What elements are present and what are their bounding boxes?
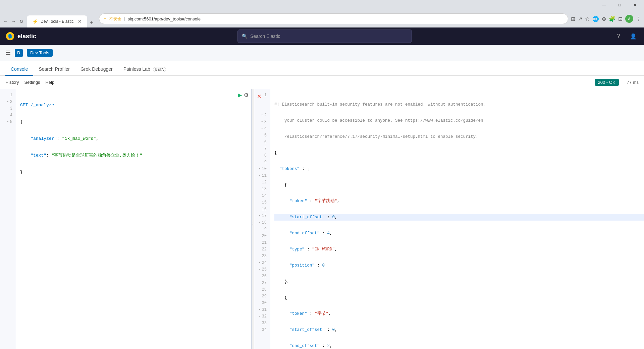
profile-button[interactable]: A — [625, 15, 633, 23]
devtools-badge: Dev Tools — [27, 49, 53, 57]
line-number-4: 4 — [0, 112, 16, 119]
code-editor[interactable]: 1 ▾2 3 4 ▾5 GET /_analyze { "analyzer": … — [0, 89, 251, 349]
search-bar-container: 🔍 Search Elastic — [42, 30, 608, 43]
extension-button[interactable]: ⊛ — [602, 16, 606, 22]
new-tab-button[interactable]: + — [87, 18, 96, 27]
tab-favicon: ⚡ — [32, 19, 38, 24]
top-nav: elastic 🔍 Search Elastic ? 👤 — [0, 27, 644, 45]
res-line-num-18: ▾18 — [254, 219, 270, 226]
response-time: 77 ms — [627, 80, 639, 85]
res-line-12: "token" : "字节", — [274, 310, 644, 317]
maximize-button[interactable]: □ — [612, 0, 627, 10]
code-content[interactable]: GET /_analyze { "analyzer": "ik_max_word… — [16, 89, 251, 349]
res-line-3: "tokens" : [ — [274, 166, 644, 172]
address-warning: 不安全 — [109, 16, 121, 22]
res-line-num-blank2 — [254, 105, 270, 112]
res-line-num-28: 28 — [254, 286, 270, 293]
puzzle-button[interactable]: 🧩 — [609, 16, 615, 22]
breadcrumb-letter: D — [15, 49, 23, 57]
address-bar[interactable]: ⚠ 不安全 | slq.com:5601/app/dev_tools#/cons… — [99, 13, 568, 24]
res-line-num-29: 29 — [254, 293, 270, 300]
res-line-num-10: ▾10 — [254, 166, 270, 172]
res-line-8: "type" : "CN_WORD", — [274, 246, 644, 253]
help-nav-icon[interactable]: ? — [613, 31, 624, 42]
code-line-1: GET /_analyze — [20, 102, 251, 109]
res-line-num-12: 12 — [254, 179, 270, 186]
res-line-num-23: 23 — [254, 253, 270, 259]
elastic-logo: elastic — [5, 32, 36, 41]
res-line-num-24: ▾24 — [254, 259, 270, 266]
res-line-num-9: 9 — [254, 159, 270, 166]
res-line-num-5: 5 — [254, 132, 270, 139]
status-badge: 200 - OK — [595, 79, 619, 86]
res-line-1b: your cluster could be accessible to anyo… — [274, 117, 644, 124]
res-line-13: "start_offset" : 0, — [274, 327, 644, 333]
res-line-num-8: 8 — [254, 152, 270, 159]
forward-button[interactable]: → — [11, 18, 17, 25]
response-line-numbers: 1 ▾2 ▾3 ▾4 5 6 7 8 9 ▾10 ▾11 12 13 14 15… — [254, 89, 270, 349]
panel-divider[interactable]: ⋮ — [252, 89, 254, 349]
line-number-5: ▾5 — [0, 119, 16, 125]
help-button[interactable]: Help — [45, 80, 54, 85]
res-line-num-6: 6 — [254, 139, 270, 146]
code-line-4: "text": "字节跳动是全球厉害的独角兽企业,奥力给！" — [20, 152, 251, 159]
history-button[interactable]: History — [5, 80, 19, 85]
res-line-num-30: 30 — [254, 300, 270, 306]
res-line-num-11: ▾11 — [254, 172, 270, 179]
tab-painless-lab[interactable]: Painless Lab BETA — [118, 63, 171, 76]
code-line-2: { — [20, 119, 251, 125]
editor-line-numbers: 1 ▾2 3 4 ▾5 — [0, 89, 16, 349]
active-browser-tab[interactable]: ⚡ Dev Tools - Elastic ✕ — [27, 15, 87, 27]
code-line-3: "analyzer": "ik_max_word", — [20, 135, 251, 142]
settings-button[interactable]: Settings — [24, 80, 40, 85]
tab-search-profiler[interactable]: Search Profiler — [33, 63, 75, 76]
res-line-num-19: 19 — [254, 226, 270, 233]
tab-bar: Console Search Profiler Grok Debugger Pa… — [0, 61, 644, 76]
response-close-button[interactable]: ✕ — [254, 93, 264, 100]
res-line-7: "end_offset" : 4, — [274, 230, 644, 237]
tab-title: Dev Tools - Elastic — [41, 19, 73, 24]
close-window-button[interactable]: ✕ — [627, 0, 643, 10]
res-line-14: "end_offset" : 2, — [274, 343, 644, 349]
bookmark-button[interactable]: ☆ — [585, 16, 590, 22]
url-text: slq.com:5601/app/dev_tools#/console — [128, 16, 564, 21]
browser-tabs: ← → ↻ ⚡ Dev Tools - Elastic ✕ + — [3, 10, 96, 27]
res-line-2: { — [274, 150, 644, 156]
tab-grok-debugger[interactable]: Grok Debugger — [75, 63, 118, 76]
hamburger-button[interactable]: ☰ — [5, 49, 11, 57]
res-line-10: }, — [274, 278, 644, 285]
lock-icon: ⚠ — [103, 17, 107, 21]
devtools-header: ☰ D Dev Tools — [0, 45, 644, 61]
tab-close-button[interactable]: ✕ — [78, 19, 82, 24]
res-line-num-13: 13 — [254, 186, 270, 192]
beta-badge: BETA — [153, 67, 166, 72]
menu-button[interactable]: ⋮ — [636, 16, 641, 22]
res-line-num-22: 22 — [254, 246, 270, 253]
res-line-num-3: ▾3 — [254, 119, 270, 125]
browser-chrome: ← → ↻ ⚡ Dev Tools - Elastic ✕ + ⚠ 不安全 | … — [0, 10, 644, 27]
browser-actions: ⊞ ↗ ☆ 🌐 ⊛ 🧩 ⊡ A ⋮ — [571, 15, 641, 23]
line-number-3: 3 — [0, 105, 16, 112]
res-line-num-33: 33 — [254, 320, 270, 327]
back-button[interactable]: ← — [3, 18, 9, 25]
res-line-1c: /elasticsearch/reference/7.17/security-m… — [274, 133, 644, 140]
run-button[interactable]: ▶ — [238, 92, 242, 98]
tab-console[interactable]: Console — [5, 63, 33, 76]
search-bar[interactable]: 🔍 Search Elastic — [237, 30, 412, 43]
response-panel: ✕ 1 ▾2 ▾3 ▾4 5 6 7 8 9 ▾10 ▾11 12 13 14 … — [254, 89, 644, 349]
minimize-button[interactable]: — — [596, 0, 612, 10]
globe-button[interactable]: 🌐 — [592, 16, 599, 22]
res-line-num-4: ▾4 — [254, 125, 270, 132]
res-line-num-32: ▾32 — [254, 313, 270, 320]
sidebar-toggle-button[interactable]: ⊡ — [618, 16, 623, 22]
code-line-5: } — [20, 169, 251, 176]
res-line-5: "token" : "字节跳动", — [274, 198, 644, 205]
res-line-num-14: 14 — [254, 192, 270, 199]
share-button[interactable]: ↗ — [578, 16, 582, 22]
search-placeholder: Search Elastic — [250, 34, 280, 39]
translate-button[interactable]: ⊞ — [571, 16, 575, 22]
user-nav-icon[interactable]: 👤 — [628, 31, 639, 42]
editor-settings-button[interactable]: ⚙ — [244, 92, 249, 98]
refresh-button[interactable]: ↻ — [19, 18, 24, 25]
browser-top-controls: — □ ✕ — [0, 0, 644, 10]
